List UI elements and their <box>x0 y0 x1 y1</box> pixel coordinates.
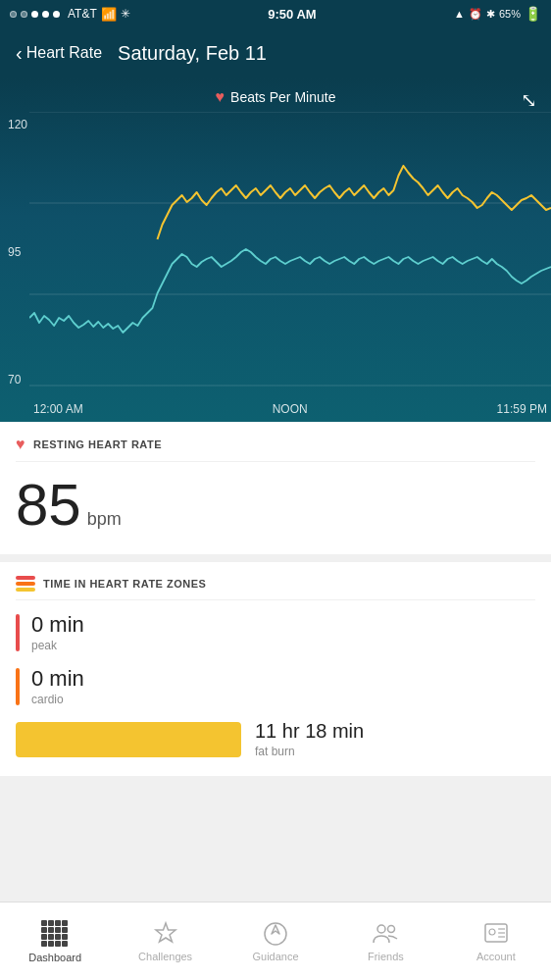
svg-point-8 <box>388 925 395 932</box>
signal-dot-2 <box>21 11 27 18</box>
zone-value-cardio: 0 min <box>31 666 84 692</box>
nav-label-dashboard: Dashboard <box>28 952 81 963</box>
svg-point-10 <box>489 929 495 935</box>
alarm-icon: ⏰ <box>469 8 482 21</box>
svg-marker-4 <box>156 923 175 942</box>
location-icon: ▲ <box>454 8 465 20</box>
chart-x-labels: 12:00 AM NOON 11:59 PM <box>29 402 551 416</box>
resting-section: ♥ RESTING HEART RATE 85 bpm <box>0 422 551 554</box>
zone-value-peak: 0 min <box>31 612 84 638</box>
battery-icon: 🔋 <box>525 6 541 22</box>
chart-legend: ♥ Beats Per Minute <box>0 78 551 110</box>
brightness-icon: ✳ <box>121 7 130 21</box>
battery-label: 65% <box>499 8 521 20</box>
zone-indicator-cardio <box>16 668 20 705</box>
zone-text-peak: 0 min peak <box>31 612 84 652</box>
resting-title: ♥ RESTING HEART RATE <box>16 436 535 462</box>
zone-row-cardio: 0 min cardio <box>16 666 535 706</box>
nav-item-dashboard[interactable]: Dashboard <box>0 903 110 980</box>
page-title: Saturday, Feb 11 <box>118 42 267 65</box>
resting-value: 85 bpm <box>16 470 535 541</box>
nav-label-friends: Friends <box>368 951 404 962</box>
zone-label-fatburn: fat burn <box>255 745 364 758</box>
nav-label-challenges: Challenges <box>138 951 192 962</box>
friends-icon <box>372 921 399 947</box>
svg-marker-6 <box>272 925 279 934</box>
signal-dot-1 <box>10 11 17 18</box>
signal-dot-4 <box>42 11 49 18</box>
account-icon <box>483 921 509 947</box>
back-arrow-icon: ‹ <box>16 42 23 65</box>
status-left: AT&T 📶 ✳ <box>10 7 130 22</box>
nav-item-account[interactable]: Account <box>441 903 551 980</box>
zone-value-fatburn: 11 hr 18 min <box>255 720 364 743</box>
svg-point-7 <box>377 925 385 933</box>
x-label-noon: NOON <box>273 402 308 416</box>
status-bar: AT&T 📶 ✳ 9:50 AM ▲ ⏰ ✱ 65% 🔋 <box>0 0 551 27</box>
zones-icon-bar-cardio <box>16 582 35 586</box>
dashboard-icon <box>41 920 69 948</box>
challenges-icon <box>153 921 178 947</box>
nav-item-challenges[interactable]: Challenges <box>110 903 220 980</box>
guidance-icon <box>263 921 288 947</box>
resting-heart-icon: ♥ <box>16 436 25 453</box>
zone-label-peak: peak <box>31 639 84 652</box>
zones-icon-bar-fatburn <box>16 588 35 592</box>
zones-icon-bar-peak <box>16 576 35 580</box>
signal-dot-5 <box>53 11 60 18</box>
carrier-label: AT&T <box>68 7 97 21</box>
back-label: Heart Rate <box>26 44 102 62</box>
zone-bar-text-fatburn: 11 hr 18 min fat burn <box>255 720 364 758</box>
wifi-icon: 📶 <box>101 7 117 22</box>
y-label-95: 95 <box>8 245 27 259</box>
status-right: ▲ ⏰ ✱ 65% 🔋 <box>454 6 541 22</box>
expand-button[interactable]: ⤡ <box>521 88 537 112</box>
chart-svg <box>29 112 551 387</box>
zone-label-cardio: cardio <box>31 693 84 706</box>
back-button[interactable]: ‹ Heart Rate <box>16 42 102 65</box>
y-label-120: 120 <box>8 118 27 131</box>
nav-label-guidance: Guidance <box>252 951 298 962</box>
nav-item-guidance[interactable]: Guidance <box>221 903 330 980</box>
nav-label-account: Account <box>476 951 516 962</box>
chart-y-labels: 120 95 70 <box>8 118 27 387</box>
status-time: 9:50 AM <box>268 7 316 22</box>
zones-icon <box>16 576 35 592</box>
signal-dot-3 <box>31 11 38 18</box>
header: ‹ Heart Rate Saturday, Feb 11 <box>0 27 551 78</box>
chart-container: ♥ Beats Per Minute ⤡ 120 95 70 12:00 AM … <box>0 78 551 422</box>
zone-row-peak: 0 min peak <box>16 612 535 652</box>
zone-text-cardio: 0 min cardio <box>31 666 84 706</box>
zones-section: TIME IN HEART RATE ZONES 0 min peak 0 mi… <box>0 562 551 776</box>
heart-icon: ♥ <box>216 88 225 106</box>
bluetooth-icon: ✱ <box>486 8 495 21</box>
x-label-start: 12:00 AM <box>33 402 83 416</box>
resting-unit: bpm <box>87 509 122 530</box>
resting-number: 85 <box>16 476 81 535</box>
zone-row-fatburn: 11 hr 18 min fat burn <box>16 720 535 758</box>
chart-legend-label: Beats Per Minute <box>230 89 335 105</box>
zone-indicator-peak <box>16 614 20 651</box>
zone-bar-fatburn <box>16 722 241 757</box>
y-label-70: 70 <box>8 373 27 387</box>
zones-title: TIME IN HEART RATE ZONES <box>16 576 535 600</box>
x-label-end: 11:59 PM <box>497 402 547 416</box>
bottom-nav: Dashboard Challenges Guidance Friends <box>0 902 551 980</box>
nav-item-friends[interactable]: Friends <box>330 903 440 980</box>
